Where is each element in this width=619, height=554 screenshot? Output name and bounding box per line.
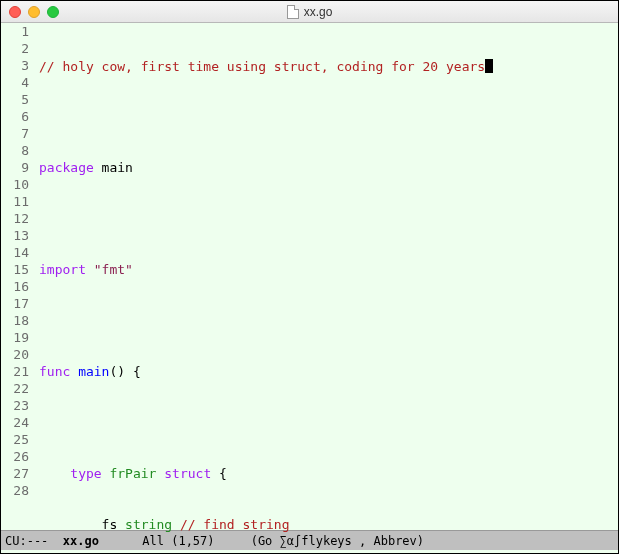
window-title: xx.go xyxy=(1,5,618,19)
maximize-icon[interactable] xyxy=(47,6,59,18)
comment: // holy cow, first time using struct, co… xyxy=(39,59,485,74)
document-icon xyxy=(287,5,299,19)
titlebar: xx.go xyxy=(1,1,618,23)
editor[interactable]: 1234567891011121314151617181920212223242… xyxy=(1,23,618,530)
filename-label: xx.go xyxy=(304,5,333,19)
code-area[interactable]: // holy cow, first time using struct, co… xyxy=(35,23,606,530)
scrollbar[interactable] xyxy=(606,23,618,530)
close-icon[interactable] xyxy=(9,6,21,18)
traffic-lights xyxy=(9,6,59,18)
text-cursor xyxy=(485,59,493,73)
line-number-gutter: 1234567891011121314151617181920212223242… xyxy=(1,23,35,530)
minimize-icon[interactable] xyxy=(28,6,40,18)
